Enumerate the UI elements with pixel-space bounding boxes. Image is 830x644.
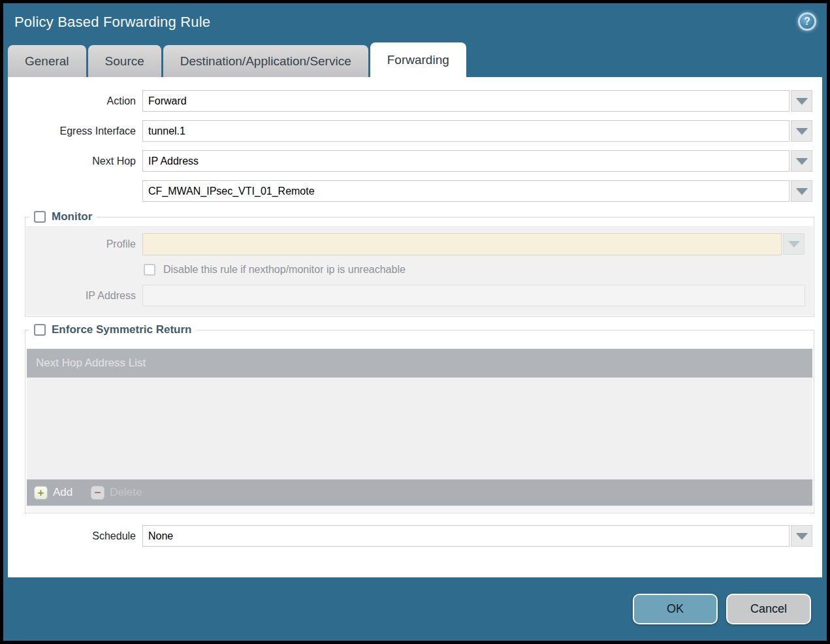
chevron-down-icon [788, 241, 800, 248]
action-label: Action [8, 95, 142, 107]
table-scrollbar-track[interactable] [27, 506, 812, 512]
chevron-down-icon [796, 533, 808, 539]
add-button-label: Add [53, 486, 72, 499]
chevron-down-icon [796, 98, 808, 105]
action-dropdown-button[interactable] [791, 90, 812, 112]
next-hop-address-row: CF_MWAN_IPsec_VTI_01_Remote [8, 180, 812, 202]
profile-row: Profile [26, 233, 813, 255]
next-hop-address-list-body[interactable] [27, 378, 812, 479]
tab-forwarding[interactable]: Forwarding [370, 42, 466, 77]
monitor-ip-address-value [142, 285, 805, 306]
tab-source[interactable]: Source [88, 45, 161, 77]
plus-icon: + [34, 486, 48, 500]
profile-combo [142, 233, 805, 255]
schedule-dropdown-button[interactable] [791, 525, 812, 547]
next-hop-dropdown-button[interactable] [791, 150, 812, 172]
screen: Policy Based Forwarding Rule ? General S… [0, 0, 830, 644]
schedule-value[interactable]: None [142, 525, 790, 547]
delete-button-label: Delete [110, 486, 142, 499]
profile-label: Profile [26, 238, 142, 250]
dialog-action-bar: OK Cancel [3, 577, 827, 641]
ok-button[interactable]: OK [633, 594, 718, 624]
next-hop-combo: IP Address [142, 150, 812, 172]
next-hop-address-value[interactable]: CF_MWAN_IPsec_VTI_01_Remote [142, 180, 790, 202]
monitor-group: Monitor Profile Disable [25, 210, 814, 317]
schedule-combo: None [142, 525, 812, 547]
egress-interface-dropdown-button[interactable] [791, 120, 812, 142]
next-hop-address-list-table: Next Hop Address List + Add − Delete [27, 349, 812, 512]
monitor-legend-label: Monitor [52, 210, 92, 223]
next-hop-address-list-header: Next Hop Address List [27, 349, 812, 378]
next-hop-type-value[interactable]: IP Address [142, 150, 790, 172]
policy-based-forwarding-dialog: Policy Based Forwarding Rule ? General S… [3, 3, 827, 641]
profile-value [142, 233, 782, 255]
monitor-ip-address-combo [142, 285, 805, 306]
action-combo: Forward [142, 90, 812, 112]
action-row: Action Forward [8, 90, 812, 112]
profile-dropdown-button [783, 233, 805, 255]
monitor-panel: Profile Disable this rule if nexthop/mon… [26, 226, 813, 315]
chevron-down-icon [796, 128, 808, 135]
egress-interface-row: Egress Interface tunnel.1 [8, 120, 812, 142]
delete-button: − Delete [91, 486, 142, 500]
enforce-symmetric-return-legend-label: Enforce Symmetric Return [52, 323, 191, 336]
add-button[interactable]: + Add [34, 486, 72, 500]
disable-rule-checkbox [144, 264, 155, 276]
egress-interface-value[interactable]: tunnel.1 [142, 120, 790, 142]
monitor-legend: Monitor [29, 210, 97, 223]
tab-destination-application-service[interactable]: Destination/Application/Service [163, 45, 368, 77]
next-hop-address-list-toolbar: + Add − Delete [27, 479, 812, 506]
dialog-title: Policy Based Forwarding Rule [14, 14, 210, 31]
next-hop-row: Next Hop IP Address [8, 150, 812, 172]
enforce-symmetric-return-legend: Enforce Symmetric Return [29, 323, 196, 336]
schedule-label: Schedule [8, 530, 142, 542]
next-hop-address-dropdown-button[interactable] [791, 180, 812, 202]
enforce-symmetric-return-checkbox[interactable] [34, 324, 46, 336]
disable-rule-label: Disable this rule if nexthop/monitor ip … [163, 264, 406, 276]
minus-icon: − [91, 486, 104, 500]
forwarding-tab-panel: Action Forward Egress Interface tunnel.1 [8, 77, 822, 577]
cancel-button[interactable]: Cancel [726, 594, 811, 624]
tab-general[interactable]: General [8, 45, 86, 77]
next-hop-address-combo: CF_MWAN_IPsec_VTI_01_Remote [142, 180, 812, 202]
tab-bar: General Source Destination/Application/S… [3, 41, 827, 77]
disable-rule-row: Disable this rule if nexthop/monitor ip … [144, 264, 813, 276]
chevron-down-icon [796, 158, 808, 165]
action-value[interactable]: Forward [142, 90, 790, 112]
dialog-titlebar: Policy Based Forwarding Rule ? [3, 3, 827, 41]
schedule-row: Schedule None [8, 525, 812, 547]
monitor-checkbox[interactable] [34, 211, 46, 223]
next-hop-label: Next Hop [8, 155, 142, 167]
monitor-ip-address-row: IP Address [26, 285, 813, 306]
egress-interface-combo: tunnel.1 [142, 120, 812, 142]
egress-interface-label: Egress Interface [8, 125, 142, 137]
monitor-ip-address-label: IP Address [26, 290, 142, 302]
enforce-symmetric-return-group: Enforce Symmetric Return Next Hop Addres… [25, 323, 814, 513]
chevron-down-icon [796, 188, 808, 195]
help-icon[interactable]: ? [798, 12, 816, 31]
